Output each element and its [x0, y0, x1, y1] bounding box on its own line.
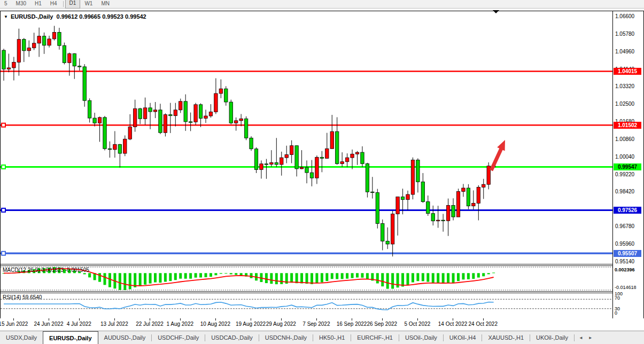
date-label: 7 Sep 2022: [298, 321, 335, 327]
chart-ohlc-values: 0.99612 0.99665 0.99523 0.99542: [57, 13, 146, 20]
tab-usdcnh-daily[interactable]: USDCNH-,Daily: [259, 331, 313, 344]
line-handle[interactable]: [2, 208, 5, 212]
date-tick: [352, 318, 352, 320]
price-chart-canvas[interactable]: [1, 11, 612, 264]
date-axis[interactable]: 15 Jun 202224 Jun 20224 Jul 202213 Jul 2…: [0, 318, 644, 331]
tab-usdchf-daily[interactable]: USDCHF-,Daily: [152, 331, 205, 344]
timeframe-button-5[interactable]: 5: [0, 0, 12, 8]
price-tick-label: 1.00860: [615, 136, 634, 142]
price-tick-label: 1.04960: [615, 49, 634, 54]
tab-audusd-daily[interactable]: AUDUSD-,Daily: [98, 331, 152, 344]
tab-scroll-right-icon[interactable]: ►: [588, 335, 593, 340]
date-label: 29 Aug 2022: [262, 321, 300, 327]
price-chart-pane[interactable]: ▼EURUSD-,Daily 0.99612 0.99665 0.99523 0…: [1, 11, 612, 264]
price-line-label[interactable]: 0.95507: [614, 250, 641, 257]
tab-usdcad-daily[interactable]: USDCAD-,Daily: [205, 331, 259, 344]
date-label: 26 Sep 2022: [363, 321, 401, 327]
tab-usdx-daily[interactable]: USDX,Daily: [0, 331, 43, 344]
date-label: 4 Jul 2022: [60, 321, 98, 327]
price-tick-label: 1.05780: [615, 31, 634, 37]
tab-eurchf-h1[interactable]: EURCHF-,H1: [351, 331, 399, 344]
tab-ukoil-h4[interactable]: UKOil-,H4: [444, 331, 482, 344]
date-tick: [251, 318, 251, 320]
candles-layer: [2, 26, 495, 256]
tab-scroll-left-icon[interactable]: ◄: [579, 335, 583, 340]
chart-shift-marker-icon[interactable]: [493, 10, 499, 13]
indicator-scale-label: 70: [615, 295, 620, 301]
date-tick: [453, 318, 453, 320]
date-label: 1 Aug 2022: [161, 321, 199, 327]
indicator-scale-label: 0.002396: [615, 267, 635, 272]
chart-dropdown-icon[interactable]: ▼: [4, 14, 8, 19]
rsi-pane[interactable]: RSI(14) 59.6540: [1, 293, 612, 318]
price-tick-label: 0.95140: [615, 259, 634, 264]
tab-hk50-h1[interactable]: HK50-,H1: [313, 331, 351, 344]
chart-window: ▼EURUSD-,Daily 0.99612 0.99665 0.99523 0…: [0, 11, 644, 319]
date-tick: [281, 318, 282, 320]
macd-values: 0.001623 -0.001505: [41, 267, 89, 273]
date-tick: [215, 318, 216, 320]
timeframe-button-w1[interactable]: W1: [80, 0, 97, 8]
price-tick-label: 0.96780: [615, 223, 634, 229]
price-line-label[interactable]: 1.04015: [614, 68, 641, 75]
rsi-canvas: [1, 293, 612, 318]
date-label: 15 Jun 2022: [0, 321, 32, 327]
price-tick-label: 0.99220: [615, 171, 634, 177]
timeframe-button-h1[interactable]: H1: [30, 0, 46, 8]
price-line-label[interactable]: 1.01502: [614, 122, 641, 129]
toolbar-separator: [63, 1, 64, 7]
date-tick: [417, 318, 418, 320]
price-line-label[interactable]: 0.99547: [614, 163, 641, 170]
price-tick-label: 0.98420: [615, 189, 634, 194]
indicator-scale-label: 0: [615, 310, 617, 316]
price-tick-label: 1.02500: [615, 101, 634, 107]
line-handle[interactable]: [2, 252, 5, 255]
price-tick-label: 0.95960: [615, 241, 634, 247]
date-tick: [79, 318, 80, 320]
date-tick: [316, 318, 317, 320]
chart-symbol-label: EURUSD-,Daily: [11, 13, 53, 20]
timeframe-button-mn[interactable]: MN: [97, 0, 114, 8]
timeframe-button-m30[interactable]: M30: [12, 0, 30, 8]
timeframe-toolbar: 5M30H1H4D1W1MN: [0, 0, 644, 9]
rsi-label: RSI(14) 59.6540: [3, 294, 42, 300]
macd-pane[interactable]: MACD(12,26,9) 0.001623 -0.001505: [1, 266, 612, 291]
tab-usoil-daily[interactable]: USOil-,Daily: [399, 331, 443, 344]
indicator-scale-label: -0.014618: [615, 285, 637, 290]
date-tick: [382, 318, 383, 320]
date-label: 10 Aug 2022: [197, 321, 234, 327]
chart-title: ▼EURUSD-,Daily 0.99612 0.99665 0.99523 0…: [4, 13, 146, 20]
macd-label: MACD(12,26,9) 0.001623 -0.001505: [3, 267, 89, 273]
tab-eurusd-daily[interactable]: EURUSD-,Daily: [43, 331, 98, 344]
macd-canvas: [1, 266, 612, 291]
price-tick-label: 1.03320: [615, 83, 634, 89]
price-axis[interactable]: 1.066001.057801.049601.041401.033201.025…: [612, 11, 643, 318]
price-tick-label: 1.00040: [615, 154, 634, 160]
rsi-value: 59.6540: [22, 294, 42, 300]
date-tick: [114, 318, 115, 320]
line-handle[interactable]: [2, 165, 5, 169]
tab-xauusd-h1[interactable]: XAUUSD-,H1: [482, 331, 530, 344]
date-label: 24 Oct 2022: [464, 321, 502, 327]
date-label: 13 Jul 2022: [96, 321, 133, 327]
timeframe-button-d1[interactable]: D1: [65, 0, 81, 9]
date-label: 5 Oct 2022: [399, 321, 436, 327]
timeframe-button-h4[interactable]: H4: [46, 0, 61, 8]
trading-platform-window: 5M30H1H4D1W1MN ▼EURUSD-,Daily 0.99612 0.…: [0, 0, 644, 344]
date-tick: [13, 318, 14, 320]
tab-ukoil-daily[interactable]: UKOil-,Daily: [530, 331, 574, 344]
line-handle[interactable]: [2, 123, 5, 127]
date-tick: [483, 318, 484, 320]
chart-tab-bar: USDX,DailyEURUSD-,DailyAUDUSD-,DailyUSDC…: [0, 331, 644, 344]
date-tick: [150, 318, 150, 320]
date-tick: [49, 318, 49, 320]
price-line-label[interactable]: 0.97526: [614, 207, 641, 214]
date-tick: [180, 318, 181, 320]
price-tick-label: 1.06600: [615, 13, 634, 19]
